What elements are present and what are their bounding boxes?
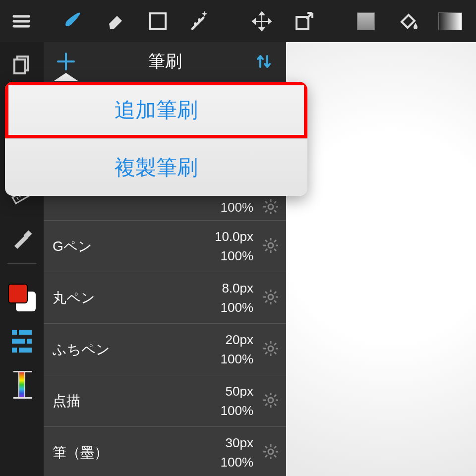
svg-point-14 <box>268 449 273 454</box>
pen-button[interactable] <box>0 217 44 260</box>
brush-settings-button[interactable] <box>262 443 279 462</box>
sliders-button[interactable] <box>0 319 44 363</box>
popup-add-brush-label: 追加筆刷 <box>115 96 198 124</box>
color-swap-button[interactable] <box>0 276 44 319</box>
eraser-icon <box>104 10 127 33</box>
brush-opacity: 100% <box>221 246 254 266</box>
reorder-button[interactable] <box>241 42 286 81</box>
bucket-tool[interactable] <box>387 0 429 42</box>
plus-icon <box>55 51 77 72</box>
brush-size: 30px <box>226 433 253 453</box>
layers-icon <box>11 54 32 74</box>
popup-duplicate-brush-label: 複製筆刷 <box>115 154 198 181</box>
move-icon <box>250 10 273 33</box>
svg-point-13 <box>268 398 273 403</box>
gear-icon <box>262 237 279 254</box>
wand-icon <box>188 10 211 33</box>
brush-row[interactable]: 丸ペン 8.0px 100% <box>44 272 286 324</box>
square-icon <box>149 12 167 30</box>
sidebar-divider <box>7 263 37 264</box>
gear-icon <box>262 289 279 305</box>
svg-point-9 <box>268 204 273 209</box>
brush-values: 20px 100% <box>221 330 254 369</box>
brush-icon <box>62 10 85 33</box>
move-tool[interactable] <box>240 0 283 42</box>
brush-opacity: 100% <box>221 298 254 317</box>
wand-tool[interactable] <box>178 0 221 42</box>
brush-values: 8.0px 100% <box>221 279 254 317</box>
color-picker-button[interactable] <box>0 363 44 407</box>
brush-settings-button[interactable] <box>262 198 279 217</box>
svg-point-12 <box>268 346 273 351</box>
brush-list: 100% Gペン 10.0px 100% 丸ペン 8.0px 100% ふちペン <box>44 195 286 476</box>
brush-name: 筆（墨） <box>53 443 221 462</box>
canvas-area[interactable] <box>286 42 476 476</box>
gear-icon <box>262 340 279 357</box>
svg-point-10 <box>268 243 273 248</box>
transform-icon <box>293 10 315 33</box>
brush-row[interactable]: Gペン 10.0px 100% <box>44 221 286 272</box>
top-toolbar <box>0 0 476 42</box>
svg-point-1 <box>198 18 201 21</box>
rainbow-icon <box>18 371 25 399</box>
brush-opacity: 100% <box>221 198 254 217</box>
popup-duplicate-brush[interactable]: 複製筆刷 <box>5 139 307 196</box>
brush-size: 8.0px <box>222 279 253 298</box>
marker-icon <box>10 227 33 250</box>
sliders-icon <box>12 330 32 353</box>
brush-name: Gペン <box>53 237 215 256</box>
menu-button[interactable] <box>0 0 42 42</box>
popup-add-brush[interactable]: 追加筆刷 <box>5 82 307 139</box>
brush-name: ふちペン <box>53 340 221 359</box>
brush-settings-button[interactable] <box>262 289 279 307</box>
add-brush-popup: 追加筆刷 複製筆刷 <box>5 82 307 196</box>
svg-point-11 <box>268 295 273 299</box>
layers-button[interactable] <box>0 42 44 86</box>
gradient-tool[interactable] <box>429 0 471 42</box>
add-brush-button[interactable] <box>44 42 88 81</box>
brush-opacity: 100% <box>221 350 254 369</box>
brush-values: 30px 100% <box>221 433 254 472</box>
brush-size: 10.0px <box>215 227 253 246</box>
brush-row[interactable]: ふちペン 20px 100% <box>44 324 286 375</box>
svg-point-0 <box>194 22 197 25</box>
gradient-icon <box>438 12 462 30</box>
brush-settings-button[interactable] <box>262 392 279 411</box>
brush-opacity: 100% <box>221 453 254 472</box>
filled-square-icon <box>357 12 375 30</box>
gear-icon <box>262 392 279 409</box>
brush-row[interactable]: 筆（墨） 30px 100% <box>44 427 286 476</box>
brush-size: 20px <box>226 330 253 350</box>
brush-tool[interactable] <box>52 0 94 42</box>
gear-icon <box>262 443 279 460</box>
hamburger-icon <box>11 11 31 31</box>
transform-tool[interactable] <box>283 0 325 42</box>
brush-values: 10.0px 100% <box>215 227 253 266</box>
brush-name: 点描 <box>53 392 221 411</box>
color-chips-icon <box>8 284 36 311</box>
bucket-icon <box>397 10 419 33</box>
eraser-tool[interactable] <box>94 0 136 42</box>
fill-color-tool[interactable] <box>345 0 387 42</box>
brush-panel-title: 筆刷 <box>88 50 241 73</box>
brush-opacity: 100% <box>221 401 254 420</box>
brush-row[interactable]: 点描 50px 100% <box>44 375 286 427</box>
svg-rect-4 <box>14 60 25 73</box>
brush-size: 50px <box>226 382 253 401</box>
sort-arrows-icon <box>254 52 273 71</box>
gear-icon <box>262 198 279 215</box>
brush-settings-button[interactable] <box>262 340 279 359</box>
brush-row[interactable]: 100% <box>44 195 286 221</box>
brush-values: 100% <box>221 198 254 217</box>
shape-tool[interactable] <box>136 0 178 42</box>
brush-settings-button[interactable] <box>262 237 279 256</box>
brush-name: 丸ペン <box>53 289 221 307</box>
brush-panel-header: 筆刷 <box>44 42 286 81</box>
brush-values: 50px 100% <box>221 382 254 420</box>
popup-caret-icon <box>54 73 78 81</box>
